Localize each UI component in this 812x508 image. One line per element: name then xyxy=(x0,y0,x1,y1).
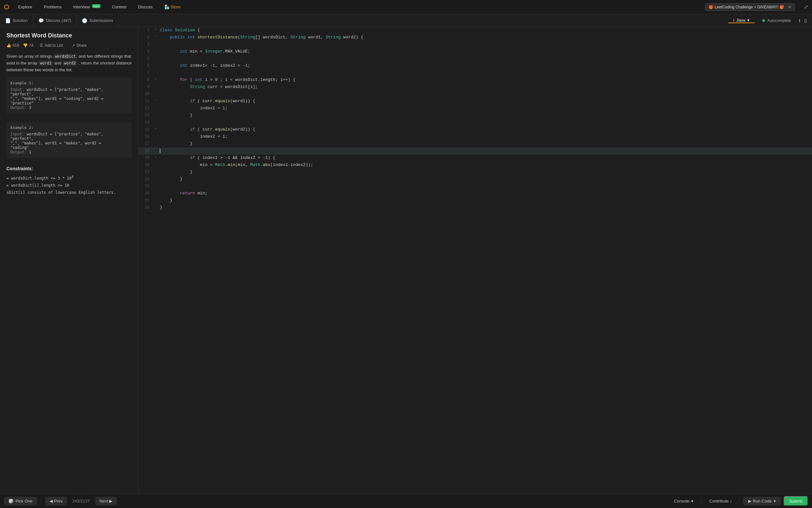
nav-logo: ⬡ xyxy=(4,4,9,11)
nav-explore[interactable]: Explore xyxy=(15,3,35,11)
tab-right: i Java ▾ Autocomplete ℹ {} xyxy=(723,18,812,23)
code-line-23: 23 xyxy=(139,183,812,190)
expand-icon[interactable]: ⤢ xyxy=(804,4,808,10)
code-line-8: 8 ▾ for ( int i = 0 ; i < wordsDict.leng… xyxy=(139,77,812,84)
nav-contest[interactable]: Contest xyxy=(109,3,129,11)
problem-description: Given an array of strings wordsDict and … xyxy=(6,53,132,73)
thumbs-up-icon: 👍 xyxy=(6,43,11,48)
dice-icon: 🎲 xyxy=(8,499,13,504)
chevron-down-icon: ▾ xyxy=(747,18,750,23)
info-icon[interactable]: ℹ xyxy=(799,18,800,23)
wordsdict-code: wordsDict xyxy=(53,54,77,59)
code-line-9: 9 String curr = wordsDict[i]; xyxy=(139,84,812,91)
divider-3 xyxy=(739,498,739,504)
bottom-bar: 🎲 Pick One ◀ Prev 243/2137 Next ▶ Consol… xyxy=(0,494,812,508)
prev-arrow-icon: ◀ xyxy=(50,499,53,504)
share-icon: ↗ xyxy=(72,43,75,48)
code-line-4: 4 int min = Integer.MAX_VALUE; xyxy=(139,48,812,55)
add-to-list-button[interactable]: ☰ Add to List xyxy=(37,42,65,49)
console-button[interactable]: Console ▾ xyxy=(670,497,698,505)
code-line-1: 1 ▾ class Solution { xyxy=(139,27,812,34)
add-to-list-icon: ☰ xyxy=(40,43,43,48)
word2-code: word2 xyxy=(62,60,77,66)
tab-bar: 📄 Solution 💬 Discuss (487) 🕐 Submissions… xyxy=(0,14,812,27)
prev-button[interactable]: ◀ Prev xyxy=(45,497,67,505)
language-selector[interactable]: i Java ▾ xyxy=(728,18,755,23)
console-chevron-icon: ▾ xyxy=(691,499,694,504)
giveaway-close-icon[interactable]: ✕ xyxy=(788,5,792,9)
code-line-3: 3 xyxy=(139,41,812,48)
run-code-button[interactable]: ▶ Run Code ▾ xyxy=(743,497,781,505)
contribute-button[interactable]: Contribute i xyxy=(705,497,735,505)
solution-icon: 📄 xyxy=(5,18,11,23)
constraints-title: Constraints: xyxy=(6,166,132,171)
code-line-21: 21 } xyxy=(139,169,812,176)
code-line-7: 7 xyxy=(139,70,812,77)
autocomplete-dot xyxy=(762,19,765,22)
thumbs-down-votes: 👎 74 xyxy=(23,43,33,48)
submissions-icon: 🕐 xyxy=(82,18,87,23)
code-line-14: 14 xyxy=(139,119,812,126)
code-line-24: 24 return min; xyxy=(139,190,812,197)
thumbs-down-icon: 👎 xyxy=(23,43,28,48)
code-line-25: 25 } xyxy=(139,197,812,204)
interview-badge: New xyxy=(92,4,100,8)
nav-discuss[interactable]: Discuss xyxy=(135,3,155,11)
code-line-15: 15 ▾ if ( curr.equals(word2)) { xyxy=(139,126,812,133)
code-format-icon[interactable]: {} xyxy=(804,18,807,23)
nav-interview[interactable]: Interview New xyxy=(70,3,103,11)
autocomplete-control[interactable]: Autocomplete xyxy=(759,18,795,23)
contribute-info-icon: i xyxy=(730,499,731,503)
example-1: Example 1: Input: wordsDict = ["practice… xyxy=(6,77,132,114)
left-panel: Shortest Word Distance 👍 919 👎 74 ☰ Add … xyxy=(0,27,139,494)
discuss-icon: 💬 xyxy=(38,18,44,23)
code-line-13: 13 } xyxy=(139,112,812,119)
code-line-10: 10 xyxy=(139,91,812,98)
constraint-1: = wordsDict.length <= 3 * 104 xyxy=(6,175,132,180)
code-line-22: 22 } xyxy=(139,176,812,183)
giveaway-banner[interactable]: 🎁 LeetCoding Challenge + GIVEAWAY! 🎁 ✕ xyxy=(705,3,795,11)
code-line-26: 26 } xyxy=(139,204,812,211)
nav-store[interactable]: 🏪 Store xyxy=(162,3,183,11)
top-nav: ⬡ Explore Problems Interview New Contest… xyxy=(0,0,812,14)
submit-button[interactable]: Submit xyxy=(784,496,808,506)
next-arrow-icon: ▶ xyxy=(109,499,112,504)
share-button[interactable]: ↗ Share xyxy=(69,42,89,49)
problem-meta: 👍 919 👎 74 ☰ Add to List ↗ Share xyxy=(6,42,132,49)
code-line-16: 16 index2 = i; xyxy=(139,133,812,140)
right-panel: 1 ▾ class Solution { 2 ▾ public int shor… xyxy=(139,27,812,494)
code-line-17: 17 } xyxy=(139,140,812,147)
java-icon: i xyxy=(733,18,735,23)
next-button[interactable]: Next ▶ xyxy=(95,497,117,505)
word1-code: word1 xyxy=(38,60,53,66)
thumbs-up-votes: 👍 919 xyxy=(6,43,19,48)
code-line-20: 20 min = Math.min(min, Math.abs(index1-i… xyxy=(139,162,812,169)
problem-title: Shortest Word Distance xyxy=(6,32,132,39)
tab-submissions[interactable]: 🕐 Submissions xyxy=(77,14,118,27)
divider-1 xyxy=(41,498,41,504)
tab-discuss[interactable]: 💬 Discuss (487) xyxy=(33,14,77,27)
code-line-2: 2 ▾ public int shortestDistance(String[]… xyxy=(139,34,812,41)
pick-one-button[interactable]: 🎲 Pick One xyxy=(4,497,37,505)
page-info: 243/2137 xyxy=(69,499,92,504)
code-editor[interactable]: 1 ▾ class Solution { 2 ▾ public int shor… xyxy=(139,27,812,494)
code-line-19: 19 ▾ if ( index1 > -1 && index2 > -1) { xyxy=(139,155,812,162)
divider-2 xyxy=(701,498,702,504)
constraint-2: = wordsDict[i].length <= 10 xyxy=(6,183,132,187)
tab-solution[interactable]: 📄 Solution xyxy=(0,14,33,27)
run-code-chevron-icon: ▾ xyxy=(774,499,776,504)
example-2: Example 2: Input: wordsDict = ["practice… xyxy=(6,122,132,158)
code-line-5: 5 xyxy=(139,55,812,62)
code-line-12: 12 index1 = i; xyxy=(139,105,812,112)
main-layout: Shortest Word Distance 👍 919 👎 74 ☰ Add … xyxy=(0,27,812,494)
constraint-3: sDict[i] consists of lowercase English l… xyxy=(6,190,132,195)
code-line-18: 18 xyxy=(139,147,812,155)
nav-problems[interactable]: Problems xyxy=(41,3,64,11)
code-line-6: 6 int index1= -1, index2 = -1; xyxy=(139,62,812,70)
code-line-11: 11 ▾ if ( curr.equals(word1)) { xyxy=(139,98,812,105)
